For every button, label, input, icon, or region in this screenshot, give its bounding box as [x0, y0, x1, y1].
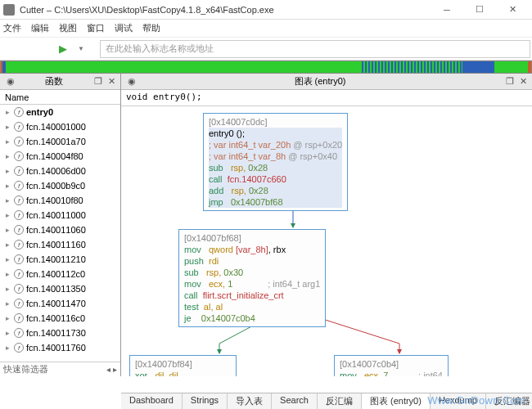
function-row[interactable]: ▸ffcn.140011060 [0, 222, 120, 237]
function-icon: f [14, 343, 24, 353]
function-icon: f [14, 166, 24, 176]
function-row[interactable]: ▸ffcn.14000b9c0 [0, 178, 120, 193]
twisty-icon: ▸ [3, 108, 11, 116]
maximize-button[interactable]: ☐ [463, 1, 496, 19]
function-icon: f [14, 225, 24, 235]
window-title: Cutter – C:\Users\XU\Desktop\FastCopy4.1… [20, 5, 431, 15]
function-row[interactable]: ▸ffcn.140011350 [0, 281, 120, 296]
function-name: fcn.140004f80 [26, 151, 83, 161]
menu-2[interactable]: 视图 [59, 22, 77, 34]
twisty-icon: ▸ [3, 152, 11, 160]
function-icon: f [14, 181, 24, 191]
graph-view[interactable]: [0x14007c0dc] entry0 (); ; var int64_t v… [121, 106, 532, 376]
function-row[interactable]: ▸ffcn.140011730 [0, 326, 120, 340]
panel-icon: ◉ [5, 76, 16, 88]
function-name: fcn.140011470 [26, 299, 86, 308]
navigation-bar[interactable] [0, 61, 532, 74]
graph-node[interactable]: [0x14007c0b4] mov ecx, 7 ; int64 call fc… [334, 355, 449, 376]
watermark: Www.GnDown.Com [427, 394, 525, 407]
function-name: fcn.140001000 [26, 122, 86, 132]
function-icon: f [14, 313, 24, 323]
function-name: fcn.1400112c0 [26, 269, 85, 279]
twisty-icon: ▸ [3, 299, 11, 308]
function-name: fcn.140011060 [26, 225, 86, 235]
function-row[interactable]: ▸ffcn.140011160 [0, 237, 120, 252]
panel-icon: ◉ [126, 76, 138, 88]
run-menu-button[interactable]: ▼ [70, 39, 92, 59]
function-row[interactable]: ▸ffcn.140006d00 [0, 164, 120, 178]
bottom-tab[interactable]: 图表 (entry0) [362, 393, 431, 409]
function-row[interactable]: ▸fentry0 [0, 105, 120, 119]
function-row[interactable]: ▸ffcn.140010f80 [0, 193, 120, 208]
scroll-buttons[interactable]: ◂ ▸ [106, 365, 117, 374]
bottom-tab[interactable]: Dashboard [121, 393, 183, 409]
function-row[interactable]: ▸ffcn.140011470 [0, 296, 120, 311]
menu-0[interactable]: 文件 [3, 22, 21, 34]
function-name: fcn.140011000 [26, 210, 86, 220]
function-row[interactable]: ▸ffcn.1400116c0 [0, 311, 120, 326]
function-icon: f [14, 122, 24, 132]
twisty-icon: ▸ [3, 270, 11, 278]
bottom-tab[interactable]: Strings [183, 393, 228, 409]
menu-4[interactable]: 调试 [115, 22, 133, 34]
graph-panel-title: 图表 (entry0) [138, 75, 503, 88]
back-button[interactable] [3, 39, 25, 59]
function-name: fcn.140011760 [26, 343, 86, 353]
function-name: entry0 [26, 107, 53, 117]
close-button[interactable]: ✕ [496, 1, 529, 19]
function-name: fcn.140011210 [26, 254, 86, 264]
twisty-icon: ▸ [3, 226, 11, 234]
function-name: fcn.140010f80 [26, 196, 83, 205]
graph-node[interactable]: [0x14007c0dc] entry0 (); ; var int64_t v… [203, 113, 348, 211]
function-icon: f [14, 196, 24, 205]
function-row[interactable]: ▸ffcn.140001000 [0, 119, 120, 134]
twisty-icon: ▸ [3, 211, 11, 219]
function-icon: f [14, 328, 24, 338]
panel-close-icon[interactable]: ✕ [106, 76, 117, 88]
twisty-icon: ▸ [3, 329, 11, 337]
function-row[interactable]: ▸ffcn.1400112c0 [0, 267, 120, 281]
function-icon: f [14, 210, 24, 220]
twisty-icon: ▸ [3, 137, 11, 146]
function-name: fcn.140006d00 [26, 166, 86, 176]
column-header-name[interactable]: Name [0, 90, 120, 105]
function-name: fcn.1400116c0 [26, 313, 85, 323]
function-icon: f [14, 269, 24, 279]
function-name: fcn.14000b9c0 [26, 181, 85, 191]
search-input[interactable]: 在此处输入标志名称或地址 [100, 40, 530, 58]
menu-5[interactable]: 帮助 [142, 22, 160, 34]
function-signature: void entry0(); [121, 90, 532, 106]
graph-node[interactable]: [0x14007bf84] xor dil, dil mov byte [var… [129, 355, 237, 376]
bottom-tab[interactable]: 导入表 [228, 393, 272, 409]
twisty-icon: ▸ [3, 344, 11, 352]
function-name: fcn.140011160 [26, 240, 86, 249]
twisty-icon: ▸ [3, 240, 11, 249]
function-row[interactable]: ▸ffcn.140011210 [0, 252, 120, 267]
function-row[interactable]: ▸ffcn.140011000 [0, 208, 120, 222]
minimize-button[interactable]: ─ [431, 1, 463, 19]
function-icon: f [14, 299, 24, 308]
function-row[interactable]: ▸ffcn.140011760 [0, 340, 120, 355]
twisty-icon: ▸ [3, 167, 11, 175]
function-icon: f [14, 107, 24, 117]
function-icon: f [14, 151, 24, 161]
undock-icon[interactable]: ❐ [504, 76, 516, 88]
function-name: fcn.140011730 [26, 328, 86, 338]
menu-3[interactable]: 窗口 [87, 22, 105, 34]
filter-label[interactable]: 快速筛选器 [3, 363, 48, 375]
twisty-icon: ▸ [3, 285, 11, 293]
function-row[interactable]: ▸ffcn.140004f80 [0, 149, 120, 164]
bottom-tab[interactable]: Search [272, 393, 318, 409]
panel-close-icon[interactable]: ✕ [517, 76, 529, 88]
function-icon: f [14, 240, 24, 249]
bottom-tab[interactable]: 反汇编 [318, 393, 362, 409]
twisty-icon: ▸ [3, 196, 11, 204]
menu-1[interactable]: 编辑 [31, 22, 49, 34]
twisty-icon: ▸ [3, 182, 11, 190]
forward-button[interactable] [28, 39, 49, 59]
function-name: fcn.140001a70 [26, 137, 86, 146]
undock-icon[interactable]: ❐ [92, 76, 104, 88]
functions-panel-title: 函数 [16, 75, 91, 88]
graph-node[interactable]: [0x14007bf68] mov qword [var_8h], rbx pu… [178, 229, 326, 327]
function-row[interactable]: ▸ffcn.140001a70 [0, 134, 120, 149]
